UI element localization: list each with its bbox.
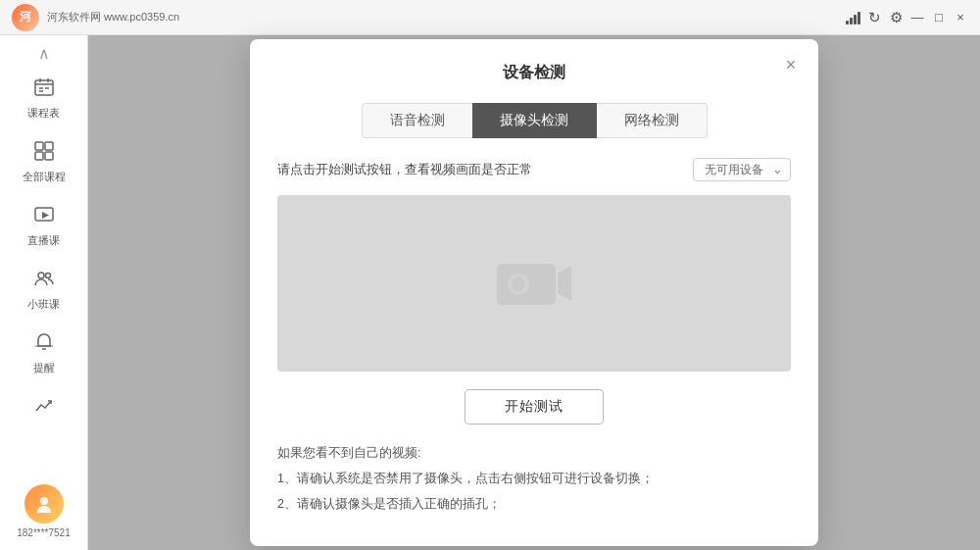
dialog-close-button[interactable]: × — [779, 53, 803, 76]
minimize-button[interactable]: — — [909, 10, 925, 25]
main-content: 设备检测 × 语音检测 摄像头检测 网络检测 请点击开始测试按钮，查看视频画面是… — [88, 35, 980, 550]
avatar-label: 182****7521 — [17, 527, 71, 538]
title-bar: 河 河东软件网 www.pc0359.cn ↻ ⚙ — □ × — [0, 0, 980, 35]
sidebar-item-all-courses[interactable]: 全部课程 — [0, 130, 87, 194]
start-test-button[interactable]: 开始测试 — [465, 389, 604, 425]
device-select[interactable]: 无可用设备 — [693, 158, 791, 181]
modal-overlay: 设备检测 × 语音检测 摄像头检测 网络检测 请点击开始测试按钮，查看视频画面是… — [88, 35, 980, 550]
help-item-2: 2、请确认摄像头是否插入正确的插孔； — [277, 493, 791, 517]
window-close-button[interactable]: × — [953, 10, 968, 25]
watermark-text: 河东软件网 www.pc0359.cn — [47, 10, 179, 25]
device-desc-text: 请点击开始测试按钮，查看视频画面是否正常 — [277, 161, 532, 178]
tab-network[interactable]: 网络检测 — [597, 103, 708, 138]
reminder-label: 提醒 — [33, 361, 55, 375]
svg-marker-12 — [42, 212, 49, 219]
svg-point-21 — [512, 277, 525, 291]
schedule-icon — [33, 76, 55, 103]
title-bar-right: ↻ ⚙ — □ × — [846, 10, 968, 25]
svg-point-14 — [45, 274, 50, 278]
title-bar-left: 河 河东软件网 www.pc0359.cn — [12, 4, 179, 31]
svg-rect-8 — [45, 142, 53, 150]
svg-rect-10 — [45, 152, 53, 160]
sidebar-collapse-button[interactable]: ∧ — [29, 43, 59, 63]
svg-rect-9 — [35, 152, 43, 160]
svg-point-17 — [40, 497, 48, 505]
signal-icon — [846, 11, 860, 25]
reminder-icon — [33, 331, 55, 358]
device-description: 请点击开始测试按钮，查看视频画面是否正常 无可用设备 — [277, 158, 791, 181]
sidebar-item-schedule[interactable]: 课程表 — [0, 67, 87, 130]
sidebar-avatar[interactable]: 182****7521 — [17, 484, 71, 538]
help-item-1: 1、请确认系统是否禁用了摄像头，点击右侧按钮可进行设备切换； — [277, 468, 791, 491]
schedule-label: 课程表 — [27, 106, 60, 121]
device-select-wrapper: 无可用设备 — [693, 158, 791, 181]
settings-icon[interactable]: ⚙ — [888, 10, 904, 25]
sidebar-item-reminder[interactable]: 提醒 — [0, 322, 87, 385]
app-logo: 河 — [12, 4, 39, 31]
svg-rect-7 — [35, 142, 43, 150]
stats-icon — [33, 395, 55, 422]
device-check-dialog: 设备检测 × 语音检测 摄像头检测 网络检测 请点击开始测试按钮，查看视频画面是… — [250, 39, 818, 545]
sidebar-item-small-class[interactable]: 小班课 — [0, 258, 87, 322]
maximize-button[interactable]: □ — [931, 10, 947, 25]
refresh-icon[interactable]: ↻ — [866, 10, 882, 25]
small-class-icon — [33, 268, 55, 294]
camera-placeholder-icon — [495, 254, 573, 313]
sidebar-item-stats[interactable] — [0, 385, 87, 431]
tab-audio[interactable]: 语音检测 — [362, 103, 472, 138]
all-courses-icon — [33, 140, 55, 167]
svg-point-13 — [38, 273, 44, 278]
svg-rect-0 — [35, 80, 53, 95]
avatar — [24, 484, 64, 524]
live-label: 直播课 — [27, 233, 60, 248]
video-preview — [277, 195, 791, 372]
help-title: 如果您看不到自己的视频: — [277, 442, 791, 466]
all-courses-label: 全部课程 — [23, 170, 66, 184]
tab-bar: 语音检测 摄像头检测 网络检测 — [277, 103, 791, 138]
small-class-label: 小班课 — [27, 297, 60, 312]
dialog-title: 设备检测 — [277, 63, 791, 83]
svg-marker-19 — [558, 266, 571, 301]
sidebar-item-live[interactable]: 直播课 — [0, 194, 87, 258]
help-text: 如果您看不到自己的视频: 1、请确认系统是否禁用了摄像头，点击右侧按钮可进行设备… — [277, 442, 791, 516]
tab-camera[interactable]: 摄像头检测 — [472, 103, 597, 138]
live-icon — [33, 204, 55, 230]
sidebar: ∧ 课程表 全部课程 — [0, 35, 88, 550]
